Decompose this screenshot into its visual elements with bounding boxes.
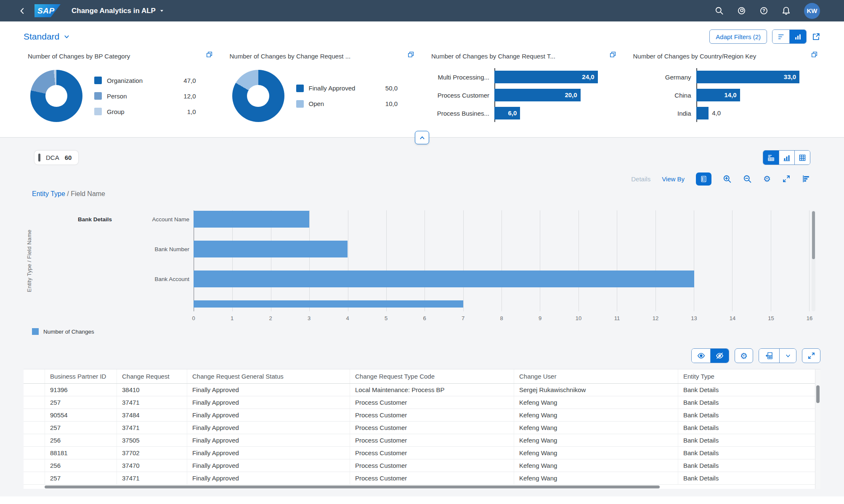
cell-entity-type: Bank Details	[678, 447, 820, 459]
open-card-button[interactable]	[206, 51, 213, 58]
cell-change-request: 37471	[117, 396, 187, 409]
help-button[interactable]: ?	[759, 6, 768, 15]
chart-settings-button[interactable]: ⚙	[763, 175, 771, 183]
legend-value: 50,0	[385, 85, 398, 92]
column-header[interactable]: Change Request Type Code	[350, 369, 514, 383]
bar[interactable]: 24,0	[494, 71, 598, 83]
row-selector[interactable]	[24, 409, 45, 421]
share-button[interactable]	[812, 32, 820, 41]
selection-column-header	[24, 369, 45, 383]
app-title-button[interactable]: Change Analytics in ALP	[72, 7, 164, 15]
table-row[interactable]: 257 37471 Finally Approved Process Custo…	[24, 422, 820, 434]
row-selector[interactable]	[24, 422, 45, 434]
column-header[interactable]: Change Request General Status	[187, 369, 350, 383]
y-axis-title: Entity Type / Field Name	[26, 230, 32, 292]
adapt-filters-button[interactable]: Adapt Filters (2)	[709, 29, 767, 44]
row-selector[interactable]	[24, 384, 45, 396]
chart-type-button[interactable]	[802, 175, 810, 183]
row-selector[interactable]	[24, 434, 45, 446]
sap-logo[interactable]: SAP	[35, 4, 61, 17]
show-details-button[interactable]	[692, 349, 710, 363]
cell-entity-type: Bank Details	[678, 384, 820, 396]
notifications-button[interactable]	[782, 6, 791, 15]
v-scrollbar-thumb[interactable]	[816, 385, 820, 403]
zoom-in-button[interactable]	[723, 175, 732, 183]
open-card-button[interactable]	[609, 51, 616, 58]
copilot-icon	[737, 6, 746, 15]
donut-chart[interactable]	[30, 70, 82, 122]
kpi-card-change-request-status: Number of Changes by Change Request ... …	[226, 50, 417, 125]
bar[interactable]: 20,0	[494, 89, 581, 101]
table-row[interactable]: 91396 38410 Finally Approved Local Maint…	[24, 384, 820, 396]
legend-item[interactable]: Group 1,0	[94, 108, 196, 115]
chart-bar[interactable]	[194, 211, 309, 228]
bar[interactable]: 4,0	[696, 107, 709, 119]
legend-label: Organization	[107, 77, 183, 84]
copilot-button[interactable]	[737, 6, 746, 15]
filter-fields-view-button[interactable]	[772, 30, 789, 43]
hide-details-button[interactable]	[710, 349, 729, 363]
x-axis-labels: 012345678910111213141516	[194, 311, 809, 324]
table-only-view-button[interactable]	[794, 151, 810, 164]
user-avatar[interactable]: KW	[804, 3, 820, 19]
table-row[interactable]: 257 37471 Finally Approved Process Custo…	[24, 472, 820, 485]
collapse-header-button[interactable]	[415, 131, 429, 144]
table-row[interactable]: 256 37470 Finally Approved Process Custo…	[24, 459, 820, 472]
table-settings-button[interactable]: ⚙	[735, 348, 753, 363]
card-bar-chart: Germany 33,0 China	[633, 71, 817, 119]
cell-change-request: 38410	[117, 384, 187, 396]
column-header[interactable]: Entity Type	[678, 369, 820, 383]
table-row[interactable]: 257 37471 Finally Approved Process Custo…	[24, 396, 820, 409]
bar-value: 4,0	[712, 107, 721, 119]
bar[interactable]: 6,0	[494, 107, 520, 119]
legend-item[interactable]: Organization 47,0	[94, 77, 196, 84]
open-card-button[interactable]	[407, 51, 414, 58]
variant-name: Standard	[24, 32, 59, 42]
entity-type-link[interactable]: Entity Type	[32, 190, 65, 197]
kpi-tag-dca[interactable]: DCA 60	[35, 151, 78, 164]
legend-item[interactable]: Person 12,0	[94, 92, 196, 100]
table-row[interactable]: 88181 37702 Finally Approved Process Cus…	[24, 447, 820, 459]
cell-change-request-general-status: Finally Approved	[187, 447, 350, 459]
legend-item[interactable]: Finally Approved 50,0	[296, 85, 398, 92]
table-row[interactable]: 256 37505 Finally Approved Process Custo…	[24, 434, 820, 447]
back-button[interactable]	[19, 7, 26, 15]
chart-bar-row: Bank Details Account Name	[40, 211, 809, 228]
card-legend: Finally Approved 50,0 Open 10,0	[296, 85, 413, 108]
chart-view-button[interactable]	[789, 30, 806, 43]
zoom-in-icon	[723, 175, 732, 183]
legend-toggle-button[interactable]	[696, 172, 711, 186]
search-button[interactable]	[715, 6, 724, 15]
drilldown-breadcrumb: Entity Type / Field Name	[32, 190, 820, 199]
column-header[interactable]: Change Request	[117, 369, 187, 383]
h-scrollbar-thumb[interactable]	[45, 485, 660, 488]
chart-fullscreen-button[interactable]	[782, 175, 791, 183]
open-card-button[interactable]	[811, 51, 818, 58]
row-selector[interactable]	[24, 459, 45, 472]
chart-bar[interactable]	[194, 241, 348, 257]
row-selector[interactable]	[24, 396, 45, 409]
table-fullscreen-button[interactable]	[802, 348, 820, 363]
row-selector[interactable]	[24, 447, 45, 459]
variant-selector[interactable]: Standard	[24, 32, 70, 42]
row-selector[interactable]	[24, 472, 45, 484]
cell-change-user: Kefeng Wang	[514, 459, 678, 472]
hybrid-view-button[interactable]	[763, 151, 779, 164]
column-header[interactable]: Business Partner ID	[45, 369, 117, 383]
chart-scrollbar-thumb[interactable]	[812, 211, 815, 259]
donut-chart-area: Organization 47,0 Person 12,0	[28, 70, 211, 122]
zoom-out-button[interactable]	[743, 175, 752, 183]
table-row[interactable]: 90554 37484 Finally Approved Process Cus…	[24, 409, 820, 422]
chart-only-view-button[interactable]	[779, 151, 794, 164]
donut-chart[interactable]	[232, 70, 284, 122]
chart-bar[interactable]	[194, 271, 694, 287]
column-header[interactable]: Change User	[514, 369, 678, 383]
bar[interactable]: 14,0	[696, 89, 740, 101]
cell-change-request: 37702	[117, 447, 187, 459]
view-by-link[interactable]: View By	[662, 175, 685, 183]
export-menu-button[interactable]	[779, 349, 796, 363]
legend-item[interactable]: Open 10,0	[296, 100, 398, 108]
chart-bar[interactable]	[194, 300, 463, 308]
export-button[interactable]	[759, 349, 779, 363]
bar[interactable]: 33,0	[696, 71, 800, 83]
